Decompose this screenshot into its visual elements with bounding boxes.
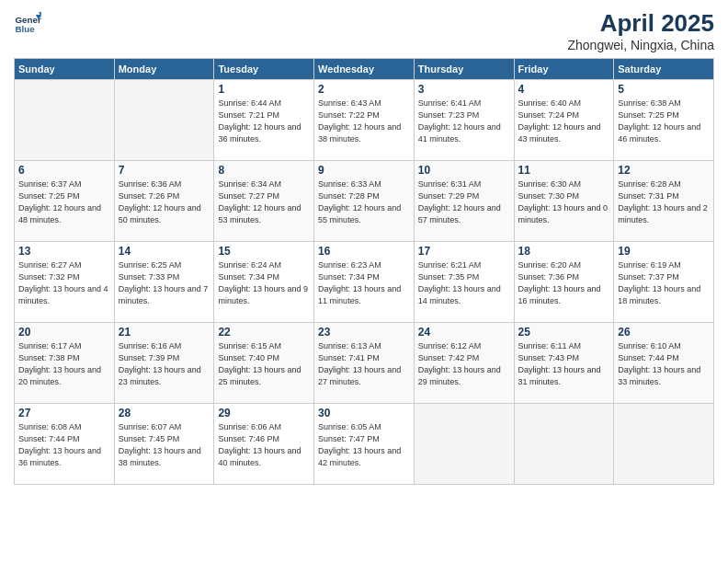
page: General Blue April 2025 Zhongwei, Ningxi… xyxy=(0,0,728,563)
day-cell: 6Sunrise: 6:37 AM Sunset: 7:25 PM Daylig… xyxy=(15,161,115,242)
day-cell: 9Sunrise: 6:33 AM Sunset: 7:28 PM Daylig… xyxy=(314,161,415,242)
day-info: Sunrise: 6:40 AM Sunset: 7:24 PM Dayligh… xyxy=(518,98,610,145)
col-sunday: Sunday xyxy=(15,59,115,80)
logo: General Blue xyxy=(14,9,41,37)
day-number: 15 xyxy=(218,245,310,258)
col-tuesday: Tuesday xyxy=(214,59,314,80)
day-info: Sunrise: 6:27 AM Sunset: 7:32 PM Dayligh… xyxy=(18,259,110,307)
day-cell: 7Sunrise: 6:36 AM Sunset: 7:26 PM Daylig… xyxy=(114,161,214,242)
day-cell: 20Sunrise: 6:17 AM Sunset: 7:38 PM Dayli… xyxy=(15,323,115,404)
day-info: Sunrise: 6:23 AM Sunset: 7:34 PM Dayligh… xyxy=(318,259,410,307)
day-cell xyxy=(614,404,714,485)
day-number: 24 xyxy=(418,326,510,339)
day-cell: 11Sunrise: 6:30 AM Sunset: 7:30 PM Dayli… xyxy=(514,161,614,242)
day-number: 20 xyxy=(18,326,110,339)
day-number: 4 xyxy=(518,83,610,96)
day-info: Sunrise: 6:24 AM Sunset: 7:34 PM Dayligh… xyxy=(218,259,310,307)
day-number: 5 xyxy=(618,83,710,96)
day-number: 16 xyxy=(318,245,410,258)
main-title: April 2025 xyxy=(567,9,714,38)
day-info: Sunrise: 6:16 AM Sunset: 7:39 PM Dayligh… xyxy=(119,340,210,388)
day-number: 3 xyxy=(418,83,510,96)
day-cell: 12Sunrise: 6:28 AM Sunset: 7:31 PM Dayli… xyxy=(614,161,714,242)
day-cell: 22Sunrise: 6:15 AM Sunset: 7:40 PM Dayli… xyxy=(214,323,314,404)
day-cell: 27Sunrise: 6:08 AM Sunset: 7:44 PM Dayli… xyxy=(15,404,115,485)
day-number: 7 xyxy=(119,164,210,177)
day-cell: 13Sunrise: 6:27 AM Sunset: 7:32 PM Dayli… xyxy=(15,242,115,323)
day-cell: 5Sunrise: 6:38 AM Sunset: 7:25 PM Daylig… xyxy=(614,80,714,161)
calendar: Sunday Monday Tuesday Wednesday Thursday… xyxy=(14,58,714,485)
day-number: 25 xyxy=(518,326,610,339)
day-info: Sunrise: 6:33 AM Sunset: 7:28 PM Dayligh… xyxy=(318,178,410,226)
day-number: 13 xyxy=(18,245,110,258)
day-info: Sunrise: 6:25 AM Sunset: 7:33 PM Dayligh… xyxy=(119,259,210,307)
day-info: Sunrise: 6:31 AM Sunset: 7:29 PM Dayligh… xyxy=(418,178,510,226)
day-number: 10 xyxy=(418,164,510,177)
day-number: 6 xyxy=(18,164,110,177)
day-cell xyxy=(414,404,514,485)
day-cell: 25Sunrise: 6:11 AM Sunset: 7:43 PM Dayli… xyxy=(514,323,614,404)
day-number: 29 xyxy=(218,407,310,419)
col-thursday: Thursday xyxy=(414,59,514,80)
week-row-2: 6Sunrise: 6:37 AM Sunset: 7:25 PM Daylig… xyxy=(15,161,714,242)
day-info: Sunrise: 6:30 AM Sunset: 7:30 PM Dayligh… xyxy=(518,178,610,226)
day-info: Sunrise: 6:11 AM Sunset: 7:43 PM Dayligh… xyxy=(518,340,610,388)
day-info: Sunrise: 6:19 AM Sunset: 7:37 PM Dayligh… xyxy=(618,259,710,307)
day-number: 8 xyxy=(218,164,310,177)
day-cell: 17Sunrise: 6:21 AM Sunset: 7:35 PM Dayli… xyxy=(414,242,514,323)
day-cell: 23Sunrise: 6:13 AM Sunset: 7:41 PM Dayli… xyxy=(314,323,415,404)
col-monday: Monday xyxy=(114,59,214,80)
col-friday: Friday xyxy=(514,59,614,80)
day-info: Sunrise: 6:28 AM Sunset: 7:31 PM Dayligh… xyxy=(618,178,710,226)
day-cell: 19Sunrise: 6:19 AM Sunset: 7:37 PM Dayli… xyxy=(614,242,714,323)
day-cell: 26Sunrise: 6:10 AM Sunset: 7:44 PM Dayli… xyxy=(614,323,714,404)
day-cell: 3Sunrise: 6:41 AM Sunset: 7:23 PM Daylig… xyxy=(414,80,514,161)
day-number: 14 xyxy=(119,245,210,258)
day-cell: 15Sunrise: 6:24 AM Sunset: 7:34 PM Dayli… xyxy=(214,242,314,323)
day-info: Sunrise: 6:44 AM Sunset: 7:21 PM Dayligh… xyxy=(218,98,310,145)
day-info: Sunrise: 6:12 AM Sunset: 7:42 PM Dayligh… xyxy=(418,340,510,388)
day-info: Sunrise: 6:37 AM Sunset: 7:25 PM Dayligh… xyxy=(18,178,110,226)
day-info: Sunrise: 6:05 AM Sunset: 7:47 PM Dayligh… xyxy=(318,421,410,469)
day-info: Sunrise: 6:21 AM Sunset: 7:35 PM Dayligh… xyxy=(418,259,510,307)
day-info: Sunrise: 6:10 AM Sunset: 7:44 PM Dayligh… xyxy=(618,340,710,388)
day-info: Sunrise: 6:08 AM Sunset: 7:44 PM Dayligh… xyxy=(18,421,110,469)
calendar-header-row: Sunday Monday Tuesday Wednesday Thursday… xyxy=(15,59,714,80)
header: General Blue April 2025 Zhongwei, Ningxi… xyxy=(14,9,714,52)
logo-icon: General Blue xyxy=(14,9,41,37)
day-cell: 4Sunrise: 6:40 AM Sunset: 7:24 PM Daylig… xyxy=(514,80,614,161)
day-cell: 30Sunrise: 6:05 AM Sunset: 7:47 PM Dayli… xyxy=(314,404,415,485)
day-info: Sunrise: 6:43 AM Sunset: 7:22 PM Dayligh… xyxy=(318,98,410,145)
day-number: 9 xyxy=(318,164,410,177)
day-info: Sunrise: 6:17 AM Sunset: 7:38 PM Dayligh… xyxy=(18,340,110,388)
day-cell: 28Sunrise: 6:07 AM Sunset: 7:45 PM Dayli… xyxy=(114,404,214,485)
day-cell: 18Sunrise: 6:20 AM Sunset: 7:36 PM Dayli… xyxy=(514,242,614,323)
day-number: 12 xyxy=(618,164,710,177)
week-row-4: 20Sunrise: 6:17 AM Sunset: 7:38 PM Dayli… xyxy=(15,323,714,404)
day-number: 17 xyxy=(418,245,510,258)
week-row-1: 1Sunrise: 6:44 AM Sunset: 7:21 PM Daylig… xyxy=(15,80,714,161)
day-number: 19 xyxy=(618,245,710,258)
day-cell: 8Sunrise: 6:34 AM Sunset: 7:27 PM Daylig… xyxy=(214,161,314,242)
day-number: 22 xyxy=(218,326,310,339)
day-cell: 21Sunrise: 6:16 AM Sunset: 7:39 PM Dayli… xyxy=(114,323,214,404)
day-cell: 29Sunrise: 6:06 AM Sunset: 7:46 PM Dayli… xyxy=(214,404,314,485)
day-number: 21 xyxy=(119,326,210,339)
subtitle: Zhongwei, Ningxia, China xyxy=(567,38,714,52)
day-number: 27 xyxy=(18,407,110,419)
day-info: Sunrise: 6:36 AM Sunset: 7:26 PM Dayligh… xyxy=(119,178,210,226)
day-cell: 24Sunrise: 6:12 AM Sunset: 7:42 PM Dayli… xyxy=(414,323,514,404)
day-cell: 1Sunrise: 6:44 AM Sunset: 7:21 PM Daylig… xyxy=(214,80,314,161)
day-cell xyxy=(514,404,614,485)
day-number: 18 xyxy=(518,245,610,258)
day-number: 2 xyxy=(318,83,410,96)
week-row-3: 13Sunrise: 6:27 AM Sunset: 7:32 PM Dayli… xyxy=(15,242,714,323)
day-info: Sunrise: 6:34 AM Sunset: 7:27 PM Dayligh… xyxy=(218,178,310,226)
day-number: 11 xyxy=(518,164,610,177)
day-info: Sunrise: 6:13 AM Sunset: 7:41 PM Dayligh… xyxy=(318,340,410,388)
day-info: Sunrise: 6:41 AM Sunset: 7:23 PM Dayligh… xyxy=(418,98,510,145)
day-info: Sunrise: 6:20 AM Sunset: 7:36 PM Dayligh… xyxy=(518,259,610,307)
day-number: 30 xyxy=(318,407,410,419)
day-number: 26 xyxy=(618,326,710,339)
col-wednesday: Wednesday xyxy=(314,59,415,80)
